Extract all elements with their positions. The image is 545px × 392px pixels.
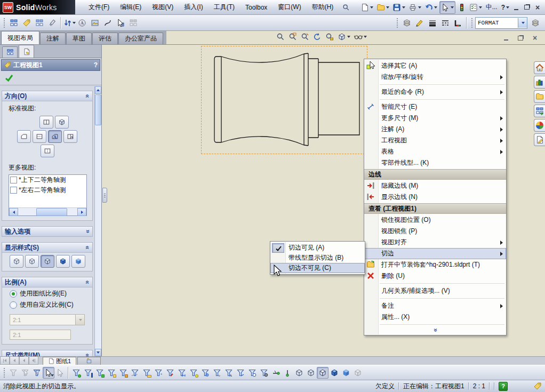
section-import-options-header[interactable]: 输入选项 « [2,227,92,236]
rebuild-button[interactable] [456,2,467,13]
child-restore-button[interactable] [516,34,525,42]
menu-item-zoom-pan-rotate[interactable]: 缩放/平移/旋转 [364,71,506,83]
close-button[interactable]: × [533,3,542,12]
line-format-button[interactable] [413,17,426,29]
shaded-button[interactable] [71,255,85,268]
minimize-button[interactable] [511,3,521,12]
filter-points-button[interactable]: * [153,367,164,379]
select-tool-button[interactable] [439,1,455,14]
filter-connection-points-button[interactable] [282,367,293,379]
section-dimension-type-header[interactable]: 尺寸类型(M) « [2,350,92,356]
child-minimize-button[interactable] [501,34,511,42]
menu-expand-button[interactable]: « [364,326,506,334]
first-sheet-button[interactable] [0,357,10,365]
menu-item-recent-commands[interactable]: 最近的命令 (R) [364,86,506,98]
collapse-icon[interactable]: « [84,281,92,284]
submenu-item-tangent-removed[interactable]: 切边不可见 (C) [270,263,365,273]
wireframe-display-button[interactable] [293,367,305,379]
view-top-button[interactable] [39,116,53,129]
zoom-in-out-button[interactable] [301,33,309,41]
color-display-mode-button[interactable] [452,17,464,29]
balloon-button[interactable] [20,17,33,29]
scrollbar-thumb[interactable] [95,94,101,125]
resources-home-button[interactable] [534,61,545,74]
image-button[interactable] [89,17,101,29]
menu-item-tables[interactable]: 表格 [364,146,506,157]
help-button[interactable]: ? [500,2,510,13]
menu-item-tangent-edge[interactable]: 切边 [364,248,506,259]
filter-annotations-button[interactable] [188,367,199,379]
filter-balloons-button[interactable] [246,367,258,379]
tab-office-products[interactable]: 办公室产品 [118,33,163,44]
menu-toolbox[interactable]: Toolbox [241,2,272,13]
tab-sketch[interactable]: 草图 [66,33,92,44]
select-button[interactable] [43,367,54,379]
view-bottom-button[interactable] [41,145,54,157]
horizontal-scrollbar[interactable] [9,207,86,215]
menu-item-drawing-views[interactable]: 工程视图 [364,135,506,146]
filter-surfaces-button[interactable] [106,367,117,379]
filter-centermarks-button[interactable] [199,367,211,379]
use-sheet-scale-option[interactable]: 使用图纸比例(E) [2,287,92,299]
menu-item-lock-view-focus[interactable]: 视图锁焦 (P) [364,226,506,237]
new-document-button[interactable] [359,2,374,13]
select-annotation-button[interactable] [114,17,127,29]
menu-item-more-dimensions[interactable]: 更多尺寸 (M) [364,113,506,124]
toolbar-grip[interactable] [3,367,5,378]
zoom-area-button[interactable] [288,33,297,41]
view-current-button[interactable]: A [48,130,62,143]
layer-properties-button[interactable] [400,17,413,29]
tab-view-layout[interactable]: 视图布局 [1,31,39,44]
next-sheet-button[interactable] [19,357,29,365]
sheet-tab-active[interactable]: 图纸1 [43,357,76,365]
collapse-icon[interactable]: « [84,94,92,98]
hidden-lines-removed-display-button[interactable] [317,367,328,379]
filter-hatch-button[interactable] [211,367,223,379]
menu-view[interactable]: 视图(V) [147,1,178,14]
quick-tips-icon[interactable]: ? [499,382,508,391]
shaded-with-edges-display-button[interactable] [328,367,340,379]
revision-table-button[interactable] [33,17,46,29]
filter-solids-button[interactable] [117,367,129,379]
menu-edit[interactable]: 编辑(E) [115,1,146,14]
menu-item-show-edge[interactable]: 显示边线 (N) [364,191,506,203]
menu-item-open-part[interactable]: 打开中节装饰套^hq-2901.sldprt (T) [364,259,506,270]
options-button[interactable] [468,2,483,13]
toolbar-grip[interactable] [396,18,398,28]
open-button[interactable] [375,2,390,13]
menu-item-delete[interactable]: 删除 (U) [364,270,506,282]
restore-button[interactable] [522,3,532,12]
scroll-left-button[interactable] [9,208,18,216]
display-style-button[interactable] [338,33,350,41]
filter-sketch-button[interactable] [164,367,176,379]
filter-vertices-button[interactable] [70,367,82,379]
language-indicator[interactable]: 中... [484,3,499,12]
hide-show-items-button[interactable] [354,33,367,41]
add-sheet-tab[interactable] [77,357,101,365]
menu-item-select-other[interactable]: 选择其它 (A) [364,60,506,71]
layer-combo[interactable]: FORMAT [475,17,527,29]
list-item[interactable]: *左右二等角轴测 [9,185,86,195]
flip-view-button[interactable] [63,17,76,29]
undo-button[interactable] [423,2,438,13]
tab-property-manager[interactable] [19,45,34,58]
help-icon[interactable]: ? [94,61,98,69]
menu-item-relations-snaps[interactable]: 几何关系/捕捉选项... (V) [364,285,506,297]
tab-evaluate[interactable]: 评估 [92,33,118,44]
format-painter-button[interactable] [46,17,59,29]
panel-splitter-handle[interactable] [102,188,107,203]
filter-notes-button[interactable]: A [223,367,235,379]
filter-datums-button[interactable] [258,367,270,379]
view-palette-button[interactable] [534,105,545,117]
chevron-down-icon[interactable] [518,18,527,28]
rotate-view-button[interactable] [313,33,322,41]
list-item[interactable]: *上下二等角轴测 [9,175,86,185]
ok-check-icon[interactable] [5,74,13,82]
menu-file[interactable]: 文件(F) [84,1,114,14]
previous-sheet-button[interactable] [10,357,19,365]
menu-item-properties[interactable]: 属性... (X) [364,311,506,323]
save-button[interactable] [391,2,406,13]
filter-edges-button[interactable] [82,367,94,379]
menu-window[interactable]: 窗口(W) [273,1,306,14]
print-button[interactable] [407,2,422,13]
